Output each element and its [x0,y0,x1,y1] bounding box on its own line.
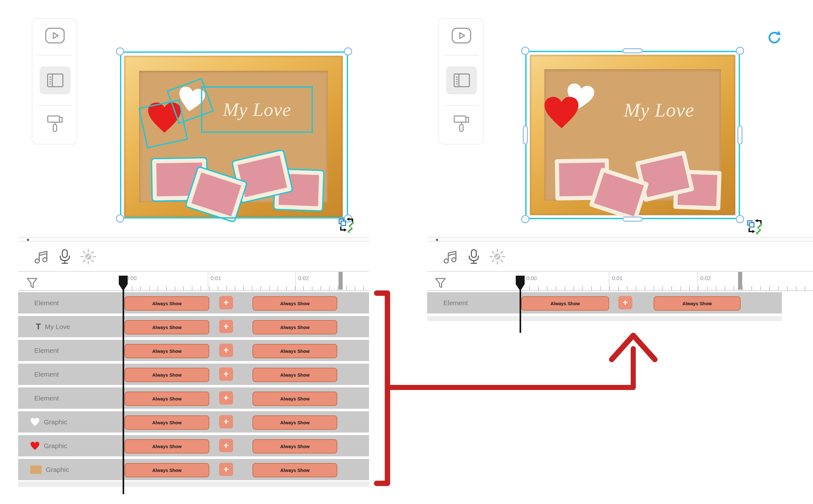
timeline-collapse-strip[interactable]: ◀ [427,237,813,242]
always-show-clip[interactable]: Always Show [521,296,609,311]
filter-icon[interactable] [435,277,446,290]
always-show-clip[interactable]: Always Show [252,392,337,406]
resize-handle-bottom-left[interactable] [521,215,529,223]
bracket-shape [377,293,387,483]
toolbar-divider [444,105,479,106]
layout-panel-button[interactable] [446,66,477,94]
always-show-clip[interactable]: Always Show [252,463,337,477]
paint-roller-button[interactable] [453,114,471,134]
track-label: Graphic [46,466,69,474]
resize-handle-top-middle[interactable] [622,48,643,53]
corner-arrow-icon [346,218,349,221]
brightness-icon[interactable] [489,249,505,265]
track-row-element[interactable]: Element Always Show + Always Show [18,387,369,409]
corner-arrow-icon [755,219,758,222]
track-row-element[interactable]: Element Always Show + Always Show [18,292,369,313]
playhead-marker[interactable] [118,275,129,292]
play-preview-button[interactable] [45,28,65,44]
clip-end-marker[interactable] [339,272,343,290]
resize-handle-middle-right[interactable] [737,125,742,144]
collapse-triangle-icon[interactable]: ◀ [435,238,438,241]
track-label: Graphic [44,442,67,450]
music-icon[interactable] [34,249,49,265]
track-label: Element [34,394,59,402]
play-preview-button[interactable] [452,28,471,44]
resize-handle-middle-left[interactable] [523,125,528,144]
layout-panel-icon [47,73,64,87]
track-row-text[interactable]: T My Love Always Show + Always Show [18,316,369,337]
add-animation-button[interactable]: + [219,439,233,452]
microphone-icon[interactable] [467,248,480,265]
rotate-icon[interactable] [767,30,781,45]
microphone-icon[interactable] [58,248,71,265]
track-label: Element [34,347,59,354]
timeline-collapse-strip[interactable]: ◀ [18,237,369,242]
toolbar-divider [37,105,72,106]
playhead-marker[interactable] [515,275,526,292]
add-animation-button[interactable]: + [219,296,233,309]
toolbar-divider [37,55,72,56]
add-animation-button[interactable]: + [618,296,632,309]
connector-line [387,349,633,387]
track-row-element[interactable]: Element Always Show + Always Show [18,364,369,385]
clip-end-marker[interactable] [738,272,742,290]
always-show-clip[interactable]: Always Show [124,415,209,430]
resize-handle-top-left[interactable] [521,47,529,55]
add-animation-button[interactable]: + [219,415,233,428]
add-animation-button[interactable]: + [219,344,233,357]
always-show-clip[interactable]: Always Show [124,296,209,311]
add-animation-button[interactable]: + [219,367,233,381]
playhead-line[interactable] [520,288,521,333]
resize-handle-bottom-left[interactable] [116,214,124,223]
collapse-triangle-icon[interactable]: ◀ [26,238,29,241]
layout-panel-button[interactable] [40,66,71,94]
ruler-ticks [520,286,807,290]
brightness-icon[interactable] [80,249,96,265]
duplicate-and-resize-tools[interactable] [339,217,356,233]
always-show-clip[interactable]: Always Show [252,320,337,334]
always-show-clip[interactable]: Always Show [124,463,209,477]
resize-handle-top-right[interactable] [736,47,744,55]
track-label: Element [443,299,468,307]
text-track-icon: T [36,322,41,331]
group-selection-rect-left[interactable] [120,51,348,218]
add-animation-button[interactable]: + [219,320,233,333]
filter-icon[interactable] [26,277,38,290]
always-show-clip[interactable]: Always Show [124,320,209,334]
add-animation-button[interactable]: + [219,391,233,405]
always-show-clip[interactable]: Always Show [252,296,337,311]
music-icon[interactable] [443,249,458,265]
track-row-graphic[interactable]: Graphic Always Show + Always Show [18,435,369,456]
always-show-clip[interactable]: Always Show [252,439,337,454]
always-show-clip[interactable]: Always Show [252,368,337,382]
track-label: My Love [45,323,70,331]
always-show-clip[interactable]: Always Show [252,344,337,358]
always-show-clip[interactable]: Always Show [252,415,337,430]
resize-handle-bottom-middle[interactable] [622,217,643,222]
track-row-element-grouped[interactable]: Element Always Show + Always Show [427,292,782,313]
add-animation-button[interactable]: + [219,463,233,476]
resize-handle-top-left[interactable] [116,47,124,56]
group-selection-rect-right[interactable] [525,51,740,219]
always-show-clip[interactable]: Always Show [124,344,209,358]
toolbar-divider [444,55,479,56]
play-icon [45,28,65,44]
duplicate-and-resize-tools[interactable] [747,218,764,234]
always-show-clip[interactable]: Always Show [124,368,209,382]
always-show-clip[interactable]: Always Show [124,392,209,406]
red-heart-track-icon [30,441,40,450]
paint-roller-button[interactable] [46,114,64,134]
timeline-ruler[interactable]: 0:00 0:01 0:02 [427,272,813,291]
tan-swatch-track-icon [30,466,42,474]
resize-handle-bottom-right[interactable] [736,215,744,223]
always-show-clip[interactable]: Always Show [654,296,741,311]
playhead-line[interactable] [123,288,124,494]
app-screen: My Love [0,0,813,504]
timeline-ruler[interactable]: 0:00 0:01 0:02 [18,272,369,291]
paint-roller-icon [46,114,64,134]
resize-handle-top-right[interactable] [344,47,352,56]
track-row-graphic[interactable]: Graphic Always Show + Always Show [18,411,369,433]
track-row-element[interactable]: Element Always Show + Always Show [18,340,369,361]
always-show-clip[interactable]: Always Show [124,439,209,454]
track-row-graphic[interactable]: Graphic Always Show + Always Show [18,459,369,480]
